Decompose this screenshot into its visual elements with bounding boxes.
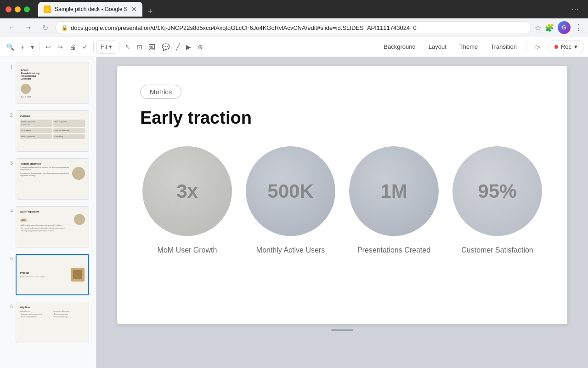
redo-button[interactable]: ↪	[55, 40, 66, 54]
video-button[interactable]: ▶	[183, 40, 194, 54]
new-tab-button[interactable]: +	[144, 7, 157, 17]
more-button[interactable]: ⊕	[195, 40, 206, 54]
toolbar-separator-1	[40, 42, 40, 52]
image-button[interactable]: 🖼	[146, 40, 158, 54]
metrics-badge-text: Metrics	[150, 88, 172, 96]
tab-close-button[interactable]: ✕	[131, 6, 137, 12]
background-button[interactable]: Background	[378, 40, 421, 53]
close-button[interactable]	[6, 6, 11, 12]
transition-button[interactable]: Transition	[485, 40, 522, 53]
shape-button[interactable]: 💬	[159, 40, 172, 54]
metric-circle-0: 3x	[142, 146, 232, 236]
slide-item-2[interactable]: 2 Overview Problem Statement Why We Exis…	[4, 109, 92, 154]
metric-label-3: Customer Satisfaction	[461, 245, 533, 255]
record-button[interactable]: Rec ▾	[548, 40, 584, 53]
metric-value-0: 3x	[176, 180, 198, 202]
zoom-label: Fit	[101, 43, 107, 50]
toolbar-separator-3	[119, 42, 119, 52]
extension-icon[interactable]: 🧩	[545, 23, 554, 32]
slide-number-6: 6	[6, 302, 13, 309]
search-button[interactable]: 🔍	[4, 40, 17, 54]
slide-canvas: Metrics Early traction 3x MoM User Growt…	[117, 66, 567, 324]
rec-dot-icon	[554, 45, 558, 49]
line-button[interactable]: ╱	[173, 40, 182, 54]
spelling-button[interactable]: ✓	[79, 40, 90, 54]
refresh-button[interactable]: ↻	[39, 21, 51, 34]
forward-button[interactable]: →	[22, 21, 35, 34]
print-button[interactable]: 🖨	[67, 40, 79, 54]
metrics-badge: Metrics	[140, 85, 181, 99]
traffic-lights	[6, 6, 30, 12]
slide-item-6[interactable]: 6 Why Now Market Drivers • Growing deman…	[4, 300, 92, 345]
scroll-indicator	[331, 329, 353, 331]
slide-thumbnail-4: Value Proposition ACME • ACME simplifies…	[16, 206, 89, 247]
rec-label: Rec	[561, 43, 571, 50]
slide-item-4[interactable]: 4 Value Proposition ACME • ACME simplifi…	[4, 204, 92, 249]
insert-button[interactable]: +	[18, 40, 27, 54]
metric-label-1: Monthly Active Users	[256, 245, 325, 255]
address-bar: ← → ↻ 🔒 docs.google.com/presentation/d/1…	[0, 18, 588, 37]
metric-value-3: 95%	[478, 180, 516, 202]
address-bar-icons: ☆ 🧩 G ⋮	[535, 21, 582, 34]
metric-circle-3: 95%	[452, 146, 542, 236]
slide-thumbnail-1: ACME:RevolutionizingPresentationCreation…	[16, 63, 89, 104]
metrics-grid: 3x MoM User Growth 500K Monthly Active U…	[140, 146, 544, 255]
slide-number-1: 1	[6, 63, 13, 70]
tab-title: Sample pitch deck - Google S	[55, 6, 128, 12]
metric-value-2: 1M	[380, 180, 407, 202]
metric-item-0: 3x MoM User Growth	[142, 146, 232, 255]
metric-label-2: Presentations Created	[357, 245, 430, 255]
bookmark-icon[interactable]: ☆	[535, 23, 541, 32]
theme-button[interactable]: Theme	[454, 40, 483, 53]
slide-number-5: 5	[6, 254, 13, 261]
select-button[interactable]: ⊡	[134, 40, 145, 54]
main-layout: 1 ACME:RevolutionizingPresentationCreati…	[0, 57, 588, 368]
layout-button[interactable]: Layout	[423, 40, 452, 53]
slide-number-2: 2	[6, 110, 13, 118]
slide-thumbnail-2: Overview Problem Statement Why We Exist …	[16, 110, 89, 152]
app-toolbar: 🔍 + ▾ ↩ ↪ 🖨 ✓ Fit ▾ ↖ ⊡ 🖼 💬 ╱ ▶ ⊕ Backgr…	[0, 37, 588, 57]
rec-dropdown-icon: ▾	[574, 43, 577, 50]
present-icon: ▷	[536, 43, 540, 50]
tab-bar: S Sample pitch deck - Google S ✕ +	[38, 2, 307, 17]
url-bar[interactable]: 🔒 docs.google.com/presentation/d/1Kj-JNC…	[55, 21, 531, 34]
metric-item-2: 1M Presentations Created	[349, 146, 439, 255]
zoom-button[interactable]: Fit ▾	[96, 40, 116, 54]
avatar[interactable]: G	[558, 21, 571, 34]
slide-item-3[interactable]: 3 Problem Statement Creating presentatio…	[4, 156, 92, 201]
lock-icon: 🔒	[61, 24, 68, 31]
metric-label-0: MoM User Growth	[158, 245, 217, 255]
tab-favicon: S	[44, 6, 51, 13]
metric-circle-2: 1M	[349, 146, 439, 236]
window-controls-icon: ⋯	[571, 5, 579, 14]
browser-chrome: S Sample pitch deck - Google S ✕ + ⋯ ← →…	[0, 0, 588, 37]
slide-thumbnail-6: Why Now Market Drivers • Growing demand …	[16, 302, 89, 343]
title-bar: S Sample pitch deck - Google S ✕ + ⋯	[0, 0, 588, 18]
metric-item-3: 95% Customer Satisfaction	[452, 146, 542, 255]
slides-panel: 1 ACME:RevolutionizingPresentationCreati…	[0, 57, 96, 368]
active-tab[interactable]: S Sample pitch deck - Google S ✕	[38, 2, 142, 17]
slide-thumbnail-3: Problem Statement Creating presentations…	[16, 158, 89, 200]
canvas-area: Metrics Early traction 3x MoM User Growt…	[96, 57, 588, 368]
slide-number-3: 3	[6, 158, 13, 166]
metric-value-1: 500K	[267, 180, 313, 202]
metric-item-1: 500K Monthly Active Users	[246, 146, 335, 255]
minimize-button[interactable]	[15, 6, 21, 12]
slide-thumbnail-5: Product ACME enables users to build a co…	[16, 254, 89, 295]
insert-dropdown[interactable]: ▾	[28, 40, 37, 54]
slide-title: Early traction	[140, 108, 544, 128]
present-button[interactable]: ▷	[530, 40, 546, 53]
toolbar-separator-2	[93, 42, 94, 52]
cursor-button[interactable]: ↖	[122, 40, 133, 54]
toolbar-separator-4	[526, 42, 526, 52]
tab-right-controls: ⋯	[311, 5, 583, 14]
slide-number-4: 4	[6, 206, 13, 213]
slide-item-1[interactable]: 1 ACME:RevolutionizingPresentationCreati…	[4, 61, 92, 106]
zoom-dropdown-icon: ▾	[109, 43, 112, 50]
undo-button[interactable]: ↩	[43, 40, 54, 54]
browser-menu-button[interactable]: ⋮	[574, 23, 582, 33]
back-button[interactable]: ←	[6, 21, 18, 34]
maximize-button[interactable]	[24, 6, 30, 12]
slide-item-5[interactable]: 5 Product ACME enables users to build a …	[4, 252, 92, 297]
metric-circle-1: 500K	[246, 146, 335, 236]
